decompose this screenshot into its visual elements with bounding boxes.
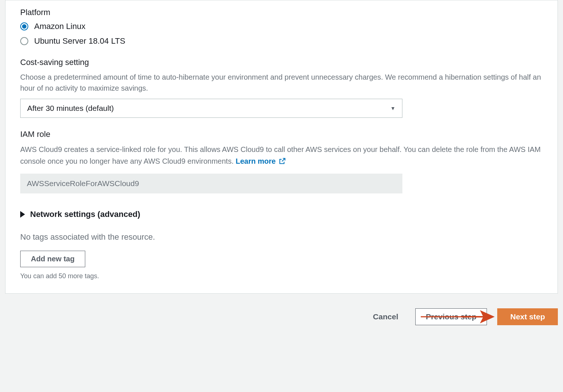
cost-saving-title: Cost-saving setting [20,58,543,67]
radio-ubuntu[interactable]: Ubuntu Server 18.04 LTS [20,36,543,46]
radio-icon [20,37,28,45]
platform-radio-group: Amazon Linux Ubuntu Server 18.04 LTS [20,22,543,46]
iam-section: IAM role AWS Cloud9 creates a service-li… [20,130,543,193]
select-value: After 30 minutes (default) [27,104,114,113]
annotation-strikethrough [421,316,482,317]
external-link-icon [279,157,286,165]
wizard-footer: Cancel Previous step Next step [0,294,563,340]
cancel-button[interactable]: Cancel [366,309,405,325]
iam-role-field: AWSServiceRoleForAWSCloud9 [20,174,402,193]
radio-label: Amazon Linux [34,22,85,31]
radio-icon [20,22,28,30]
iam-role-value: AWSServiceRoleForAWSCloud9 [27,179,139,188]
cost-saving-section: Cost-saving setting Choose a predetermin… [20,58,543,118]
tags-hint: You can add 50 more tags. [20,272,543,280]
cost-saving-select[interactable]: After 30 minutes (default) ▼ [20,99,402,118]
tags-empty-text: No tags associated with the resource. [20,232,543,242]
platform-section: Platform Amazon Linux Ubuntu Server 18.0… [20,8,543,46]
chevron-down-icon: ▼ [390,105,395,111]
radio-label: Ubuntu Server 18.04 LTS [34,36,125,46]
next-step-button[interactable]: Next step [497,308,558,325]
radio-amazon-linux[interactable]: Amazon Linux [20,22,543,31]
platform-title: Platform [20,8,543,17]
previous-step-button[interactable]: Previous step [415,308,487,325]
iam-description-wrap: AWS Cloud9 creates a service-linked role… [20,144,543,167]
network-settings-label: Network settings (advanced) [30,210,140,219]
learn-more-text: Learn more [236,155,276,167]
network-settings-toggle[interactable]: Network settings (advanced) [20,210,543,219]
add-new-tag-button[interactable]: Add new tag [20,251,85,267]
settings-panel: Platform Amazon Linux Ubuntu Server 18.0… [5,0,558,294]
radio-dot-icon [22,24,26,29]
learn-more-link[interactable]: Learn more [236,155,286,167]
tags-section: No tags associated with the resource. Ad… [20,232,543,280]
cost-saving-description: Choose a predetermined amount of time to… [20,72,543,94]
triangle-right-icon [20,211,25,218]
iam-title: IAM role [20,130,543,139]
